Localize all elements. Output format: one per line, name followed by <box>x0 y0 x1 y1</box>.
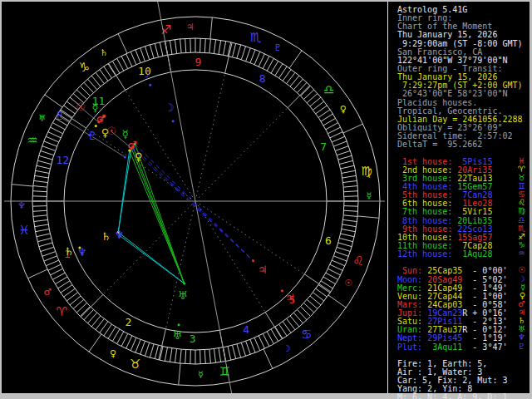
sign-ruler-glyph: ☉ <box>344 278 352 288</box>
house-number: 7 <box>320 140 327 153</box>
summary-line: M: 6, N: 4, A: 9, D: 1 <box>397 393 530 399</box>
outer-planet-glyph: ♅ <box>172 329 182 342</box>
sign-ruler-glyph: ♃ <box>186 22 195 32</box>
zodiac-sign-glyph: ♌ <box>352 254 363 268</box>
zodiac-sign-glyph: ♈ <box>57 304 67 319</box>
outer-planet-glyph: ♄ <box>64 245 74 258</box>
outer-planet-glyph: ♃ <box>285 292 295 304</box>
info-panel: Astrolog 5.41GInner ring:Chart of the Mo… <box>387 2 530 393</box>
sign-ruler-glyph: ♀ <box>340 104 347 115</box>
house-number: 4 <box>243 323 249 336</box>
sign-ruler-glyph: ♄ <box>100 47 108 58</box>
planet-row: Plut: 3Aqu11 - 3°47'♇ <box>397 343 530 352</box>
outer-planet-glyph: ♇ <box>55 110 65 122</box>
zodiac-sign-glyph: ♍ <box>361 164 372 179</box>
planet-glyph: ☉ <box>518 266 525 274</box>
sign-ruler-glyph: ♇ <box>273 42 282 53</box>
outer-planet-glyph: ♆ <box>77 246 87 259</box>
sign-ruler-glyph: ☿ <box>367 190 372 201</box>
inner-planet-glyph: ♂ <box>127 139 137 151</box>
zodiac-sign-glyph: ♏ <box>250 30 262 45</box>
zodiac-sign-glyph: ♎ <box>323 82 334 97</box>
info-line: DeltaT = 95.2662 <box>397 140 530 149</box>
planet-glyph: ☽ <box>518 275 525 283</box>
house-number: 9 <box>195 56 201 68</box>
zodiac-sign-glyph: ♒ <box>27 133 37 148</box>
inner-planet-glyph: ♅ <box>178 289 188 302</box>
zodiac-sign-glyph: ♋ <box>301 327 312 342</box>
inner-planet-glyph: ♆ <box>114 229 124 241</box>
chart-wheel[interactable]: ♈♂♉♀♊☿♋☽♌☉♍☿♎♀♏♇♐♃♑♄♒♅♓♆123456789101112♅… <box>2 2 387 393</box>
sign-ruler-glyph: ♂ <box>43 287 52 298</box>
inner-planet-glyph: ♇ <box>87 130 97 142</box>
sign-ruler-glyph: ♀ <box>110 348 116 359</box>
zodiac-sign-glyph: ♓ <box>18 223 29 238</box>
inner-planet-glyph: ♄ <box>101 230 111 243</box>
house-number: 2 <box>126 316 132 328</box>
house-number: 6 <box>325 234 332 247</box>
inner-planet-glyph: ♀ <box>135 150 143 163</box>
outer-planet-glyph: ☉ <box>76 101 86 113</box>
house-number: 12 <box>56 154 69 166</box>
chart-screen: ♈♂♉♀♊☿♋☽♌☉♍☿♎♀♏♇♐♃♑♄♒♅♓♆123456789101112♅… <box>2 2 530 393</box>
sign-ruler-glyph: ☿ <box>198 369 204 380</box>
planet-glyph: ♆ <box>518 333 525 342</box>
outer-planet-glyph: ♂ <box>96 112 106 125</box>
sign-ruler-glyph: ☽ <box>283 343 291 354</box>
planet-glyph: ♇ <box>518 342 525 351</box>
sign-ruler-glyph: ♅ <box>38 113 47 124</box>
house-number: 3 <box>190 332 196 345</box>
house-sign-glyph: ♒ <box>518 249 525 258</box>
inner-planet-glyph: ☽ <box>165 101 175 114</box>
zodiac-sign-glyph: ♑ <box>79 60 90 75</box>
inner-planet-glyph: ☉ <box>106 125 116 137</box>
house-number: 8 <box>259 72 266 85</box>
astrolog-window: ♈♂♉♀♊☿♋☽♌☉♍☿♎♀♏♇♐♃♑♄♒♅♓♆123456789101112♅… <box>0 0 532 399</box>
house-sign-glyph: ♍ <box>518 207 525 215</box>
house-row: 12th house: 1Aqu28♒ <box>397 250 530 259</box>
zodiac-sign-glyph: ♉ <box>130 357 140 372</box>
sign-ruler-glyph: ♆ <box>17 200 26 211</box>
inner-planet-glyph: ♃ <box>258 264 268 276</box>
outer-planet-glyph: ☽ <box>141 67 151 80</box>
